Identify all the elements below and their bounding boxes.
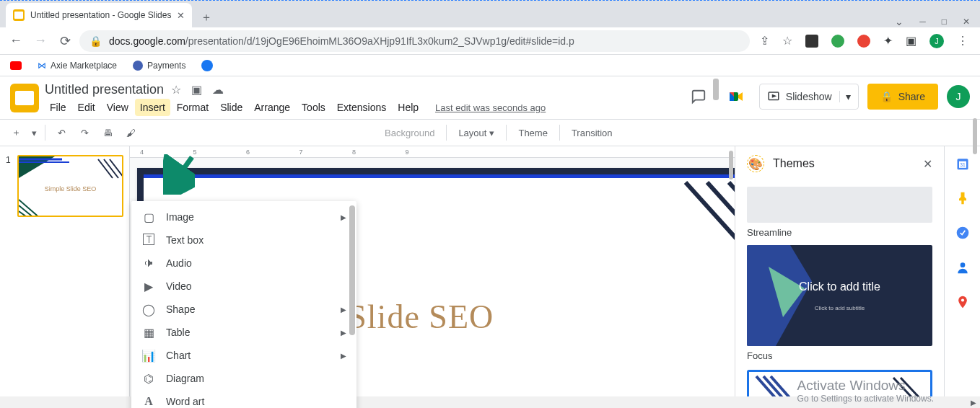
slides-favicon-icon bbox=[13, 9, 25, 21]
tasks-icon[interactable] bbox=[955, 226, 970, 240]
slide-number: 1 bbox=[6, 155, 13, 217]
bookmarks-bar: ⋈Axie Marketplace Payments bbox=[0, 55, 980, 76]
textbox-icon: 🅃 bbox=[141, 234, 156, 247]
window-controls: ⌄ ─ □ ✕ bbox=[895, 16, 980, 27]
extension-icon[interactable] bbox=[857, 35, 870, 48]
insert-audio[interactable]: 🕩Audio bbox=[131, 252, 356, 275]
extensions-puzzle-icon[interactable]: ✦ bbox=[883, 34, 893, 48]
bookmark-facebook[interactable] bbox=[201, 60, 213, 71]
bookmark-item[interactable]: ⋈Axie Marketplace bbox=[38, 61, 117, 71]
close-tab-icon[interactable]: ✕ bbox=[177, 10, 185, 21]
undo-button[interactable]: ↶ bbox=[51, 123, 71, 143]
wordart-icon: A bbox=[141, 395, 156, 408]
slides-logo-icon[interactable] bbox=[10, 84, 39, 112]
maximize-icon[interactable]: □ bbox=[942, 17, 947, 27]
menu-scrollbar[interactable] bbox=[349, 205, 355, 335]
keep-icon[interactable] bbox=[955, 191, 970, 205]
share-button[interactable]: 🔒 Share bbox=[867, 84, 938, 110]
move-icon[interactable]: ▣ bbox=[191, 83, 202, 97]
menu-format[interactable]: Format bbox=[172, 99, 214, 116]
panel-scrollbar[interactable] bbox=[973, 118, 977, 154]
browser-tab[interactable]: Untitled presentation - Google Slides ✕ bbox=[6, 3, 192, 27]
contacts-icon[interactable] bbox=[955, 260, 970, 275]
redo-button[interactable]: ↷ bbox=[74, 123, 95, 143]
menu-view[interactable]: View bbox=[102, 99, 134, 116]
insert-table[interactable]: ▦Table▶ bbox=[131, 321, 356, 344]
submenu-arrow-icon: ▶ bbox=[341, 329, 346, 337]
theme-list: Streamline Click to add title Click to a… bbox=[735, 181, 944, 408]
slide-thumbnail[interactable]: Simple Slide SEO bbox=[17, 155, 123, 217]
star-icon[interactable]: ☆ bbox=[171, 83, 181, 97]
theme-card-streamline[interactable]: Click to add title Click to add subtitle bbox=[747, 245, 932, 346]
menu-arrange[interactable]: Arrange bbox=[249, 99, 295, 116]
maps-icon[interactable] bbox=[955, 295, 970, 309]
comments-button[interactable] bbox=[684, 82, 713, 111]
scroll-right-button[interactable]: ▶ bbox=[967, 396, 980, 408]
menu-extensions[interactable]: Extensions bbox=[332, 99, 391, 116]
print-button[interactable]: 🖶 bbox=[97, 123, 118, 143]
svg-point-9 bbox=[960, 262, 965, 267]
canvas-scrollbar[interactable] bbox=[729, 151, 733, 179]
back-button[interactable]: ← bbox=[6, 31, 26, 51]
ruler-horizontal: 4 5 6 7 8 9 bbox=[130, 146, 735, 158]
meet-button[interactable] bbox=[722, 82, 751, 111]
address-bar[interactable]: 🔒 docs.google.com/presentation/d/19jOgE9… bbox=[79, 30, 750, 52]
insert-image[interactable]: ▢Image▶ bbox=[131, 205, 356, 229]
share-page-icon[interactable]: ⇪ bbox=[760, 34, 769, 48]
theme-name: Focus bbox=[747, 350, 932, 361]
side-panel-icon[interactable]: ▣ bbox=[906, 34, 916, 48]
new-slide-dropdown[interactable]: ▾ bbox=[29, 123, 39, 143]
new-tab-button[interactable]: ＋ bbox=[196, 7, 216, 27]
insert-video[interactable]: ▶Video bbox=[131, 275, 356, 298]
calendar-icon[interactable]: 31 bbox=[955, 156, 970, 171]
insert-textbox[interactable]: 🅃Text box bbox=[131, 229, 356, 252]
toolbar-scroll[interactable] bbox=[713, 79, 719, 100]
profile-avatar[interactable]: J bbox=[929, 34, 944, 48]
bookmark-star-icon[interactable]: ☆ bbox=[782, 34, 792, 48]
layout-button[interactable]: Layout▾ bbox=[452, 125, 500, 141]
menu-edit[interactable]: Edit bbox=[73, 99, 100, 116]
menu-slide[interactable]: Slide bbox=[215, 99, 248, 116]
bookmark-item[interactable]: Payments bbox=[133, 61, 185, 71]
lock-icon: 🔒 bbox=[880, 91, 893, 102]
thumbnail-row[interactable]: 1 Simple Slide SEO bbox=[6, 155, 123, 217]
menu-tools[interactable]: Tools bbox=[297, 99, 331, 116]
bookmark-youtube[interactable] bbox=[10, 61, 22, 70]
cloud-icon[interactable]: ☁ bbox=[212, 83, 224, 97]
insert-wordart[interactable]: AWord art bbox=[131, 390, 356, 408]
insert-shape[interactable]: ◯Shape▶ bbox=[131, 298, 356, 321]
menu-insert[interactable]: Insert bbox=[135, 99, 170, 116]
insert-diagram[interactable]: ⌬Diagram bbox=[131, 367, 356, 390]
extension-icon[interactable] bbox=[805, 35, 818, 48]
account-avatar[interactable]: J bbox=[947, 85, 970, 108]
tabs-dropdown-icon[interactable]: ⌄ bbox=[895, 16, 904, 27]
close-window-icon[interactable]: ✕ bbox=[963, 17, 970, 27]
paint-format-button[interactable]: 🖌 bbox=[121, 123, 141, 143]
browser-menu-icon[interactable]: ⋮ bbox=[957, 34, 968, 48]
menu-file[interactable]: File bbox=[45, 99, 71, 116]
new-slide-button[interactable]: ＋ bbox=[6, 123, 26, 143]
menu-help[interactable]: Help bbox=[393, 99, 424, 116]
slideshow-button[interactable]: Slideshow ▾ bbox=[759, 84, 859, 110]
forward-button[interactable]: → bbox=[30, 31, 51, 51]
background-button[interactable]: Background bbox=[379, 125, 440, 141]
reload-button[interactable]: ⟳ bbox=[55, 31, 75, 51]
submenu-arrow-icon: ▶ bbox=[341, 213, 346, 221]
facebook-icon bbox=[201, 60, 213, 71]
slideshow-dropdown-icon[interactable]: ▾ bbox=[839, 91, 851, 102]
close-panel-icon[interactable]: ✕ bbox=[923, 157, 932, 171]
audio-icon: 🕩 bbox=[141, 257, 156, 270]
youtube-icon bbox=[10, 61, 22, 70]
insert-chart[interactable]: 📊Chart▶ bbox=[131, 344, 356, 367]
document-title[interactable]: Untitled presentation bbox=[45, 82, 164, 97]
extension-icon[interactable] bbox=[831, 35, 844, 48]
last-edit-link[interactable]: Last edit was seconds ago bbox=[435, 102, 546, 113]
tab-title: Untitled presentation - Google Slides bbox=[30, 10, 171, 20]
theme-preview-cut[interactable] bbox=[747, 187, 932, 223]
shape-icon: ◯ bbox=[141, 303, 156, 316]
chevron-down-icon: ▾ bbox=[489, 128, 494, 138]
theme-button[interactable]: Theme bbox=[512, 125, 553, 141]
transition-button[interactable]: Transition bbox=[566, 125, 618, 141]
svg-point-10 bbox=[961, 298, 963, 301]
minimize-icon[interactable]: ─ bbox=[919, 17, 926, 27]
